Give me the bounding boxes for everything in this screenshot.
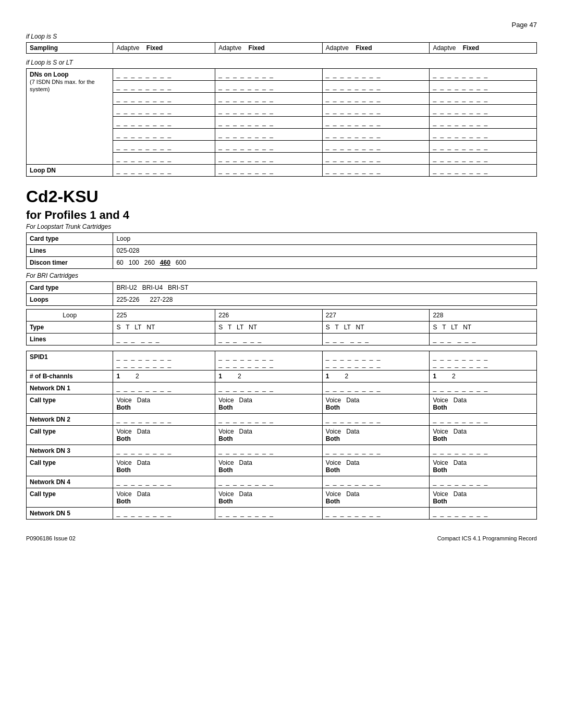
dns-col2-r2: _ _ _ _ _ _ _ _: [215, 81, 323, 93]
call-type-3-col4: Voice Data Both: [430, 457, 537, 476]
network-dn5-col1: _ _ _ _ _ _ _ _: [113, 508, 215, 520]
sampling-cell-2: Adaptve Fixed: [215, 43, 323, 54]
spid1-col4: _ _ _ _ _ _ _ _ _ _ _ _ _ _ _ _: [430, 351, 537, 371]
network-dn2-label: Network DN 2: [27, 414, 113, 426]
dns-col3-r5: _ _ _ _ _ _ _ _: [322, 117, 430, 129]
dns-col2-r5: _ _ _ _ _ _ _ _: [215, 117, 323, 129]
network-dn3-col1: _ _ _ _ _ _ _ _: [113, 445, 215, 457]
call-type-3-col1: Voice Data Both: [113, 457, 215, 476]
call-type-2-col2: Voice Data Both: [215, 426, 323, 445]
dns-col3-r1: _ _ _ _ _ _ _ _: [322, 69, 430, 81]
call-type-3-col3: Voice Data Both: [322, 457, 430, 476]
loop-228: 228: [430, 310, 537, 322]
bri-label: For BRI Cartridges: [26, 272, 537, 279]
bri-loop-detail-table: Loop 225 226 227 228 Type S T LT NT S T …: [26, 309, 537, 346]
dns-col3-r4: _ _ _ _ _ _ _ _: [322, 105, 430, 117]
network-dn3-col4: _ _ _ _ _ _ _ _: [430, 445, 537, 457]
lines-value: 025-028: [113, 245, 537, 257]
network-dn1-col4: _ _ _ _ _ _ _ _: [430, 382, 537, 394]
lines-bri-col2: _ _ _ _ _ _: [215, 334, 323, 346]
bri-card-type-label: Card type: [27, 282, 113, 294]
b-channels-col2: 1 2: [215, 371, 323, 382]
loops-values: 225-226 227-228: [113, 294, 537, 306]
dns-col3-r8: _ _ _ _ _ _ _ _: [322, 153, 430, 165]
call-type-1-col4: Voice Data Both: [430, 394, 537, 414]
network-dn4-col1: _ _ _ _ _ _ _ _: [113, 476, 215, 488]
card-type-label: Card type: [27, 233, 113, 245]
dns-col4-r7: _ _ _ _ _ _ _ _: [430, 141, 537, 153]
network-dn4-col3: _ _ _ _ _ _ _ _: [322, 476, 430, 488]
network-dn2-col1: _ _ _ _ _ _ _ _: [113, 414, 215, 426]
dns-col2-r4: _ _ _ _ _ _ _ _: [215, 105, 323, 117]
dns-col3-r6: _ _ _ _ _ _ _ _: [322, 129, 430, 141]
spid1-col3: _ _ _ _ _ _ _ _ _ _ _ _ _ _ _ _: [322, 351, 430, 371]
cd2-ksu-title: Cd2-KSU: [26, 187, 537, 206]
dns-col1-r2: _ _ _ _ _ _ _ _: [113, 81, 215, 93]
page-number: Page 47: [26, 21, 537, 29]
footer: P0906186 Issue 02 Compact ICS 4.1 Progra…: [26, 535, 537, 541]
loop-dn-col3: _ _ _ _ _ _ _ _: [322, 165, 430, 177]
if-loop-s-or-lt-label: if Loop is S or LT: [26, 59, 537, 66]
loop-dn-col2: _ _ _ _ _ _ _ _: [215, 165, 323, 177]
call-type-1-col2: Voice Data Both: [215, 394, 323, 414]
loopstart-label: For Loopstart Trunk Cartridges: [26, 223, 537, 230]
card-type-value: Loop: [113, 233, 537, 245]
call-type-4-col3: Voice Data Both: [322, 488, 430, 508]
network-dn5-label: Network DN 5: [27, 508, 113, 520]
cd2-ksu-subtitle: for Profiles 1 and 4: [26, 208, 537, 222]
network-dn3-col3: _ _ _ _ _ _ _ _: [322, 445, 430, 457]
loops-label: Loops: [27, 294, 113, 306]
network-dn4-col4: _ _ _ _ _ _ _ _: [430, 476, 537, 488]
network-dn2-col3: _ _ _ _ _ _ _ _: [322, 414, 430, 426]
dns-col1-r7: _ _ _ _ _ _ _ _: [113, 141, 215, 153]
sampling-cell-1: Adaptve Fixed: [113, 43, 215, 54]
dns-col4-r4: _ _ _ _ _ _ _ _: [430, 105, 537, 117]
loopstart-table: Card type Loop Lines 025-028 Discon time…: [26, 232, 537, 269]
b-channels-col4: 1 2: [430, 371, 537, 382]
loop-header-label: Loop: [27, 310, 113, 322]
lines-bri-col4: _ _ _ _ _ _: [430, 334, 537, 346]
type-col1: S T LT NT: [113, 322, 215, 334]
dns-col1-r4: _ _ _ _ _ _ _ _: [113, 105, 215, 117]
dns-col3-r7: _ _ _ _ _ _ _ _: [322, 141, 430, 153]
spid-table: SPID1 _ _ _ _ _ _ _ _ _ _ _ _ _ _ _ _ _ …: [26, 351, 537, 520]
dns-col3-r3: _ _ _ _ _ _ _ _: [322, 93, 430, 105]
dns-col1-r6: _ _ _ _ _ _ _ _: [113, 129, 215, 141]
call-type-4-label: Call type: [27, 488, 113, 508]
call-type-2-label: Call type: [27, 426, 113, 445]
b-channels-col1: 1 2: [113, 371, 215, 382]
dns-col4-r6: _ _ _ _ _ _ _ _: [430, 129, 537, 141]
dns-col1-r8: _ _ _ _ _ _ _ _: [113, 153, 215, 165]
network-dn3-label: Network DN 3: [27, 445, 113, 457]
lines-bri-col3: _ _ _ _ _ _: [322, 334, 430, 346]
network-dn2-col4: _ _ _ _ _ _ _ _: [430, 414, 537, 426]
network-dn1-label: Network DN 1: [27, 382, 113, 394]
loop-dn-label: Loop DN: [27, 165, 113, 177]
dns-col1-r1: _ _ _ _ _ _ _ _: [113, 69, 215, 81]
footer-right: Compact ICS 4.1 Programming Record: [437, 535, 537, 541]
dns-col1-r5: _ _ _ _ _ _ _ _: [113, 117, 215, 129]
call-type-3-label: Call type: [27, 457, 113, 476]
network-dn4-label: Network DN 4: [27, 476, 113, 488]
spid1-col1: _ _ _ _ _ _ _ _ _ _ _ _ _ _ _ _: [113, 351, 215, 371]
network-dn4-col2: _ _ _ _ _ _ _ _: [215, 476, 323, 488]
call-type-3-col2: Voice Data Both: [215, 457, 323, 476]
loop-226: 226: [215, 310, 323, 322]
b-channels-label: # of B-channls: [27, 371, 113, 382]
sampling-cell-3: Adaptve Fixed: [322, 43, 430, 54]
if-loop-s-label: if Loop is S: [26, 33, 537, 40]
dns-col4-r3: _ _ _ _ _ _ _ _: [430, 93, 537, 105]
call-type-4-col2: Voice Data Both: [215, 488, 323, 508]
bri-card-type-values: BRI-U2 BRI-U4 BRI-ST: [113, 282, 537, 294]
footer-left: P0906186 Issue 02: [26, 535, 76, 541]
call-type-4-col4: Voice Data Both: [430, 488, 537, 508]
discon-timer-label: Discon timer: [27, 257, 113, 269]
dns-col4-r1: _ _ _ _ _ _ _ _: [430, 69, 537, 81]
call-type-4-col1: Voice Data Both: [113, 488, 215, 508]
dns-table: DNs on Loop (7 ISDN DNs max. for the sys…: [26, 68, 537, 177]
call-type-1-col3: Voice Data Both: [322, 394, 430, 414]
sampling-table: Sampling Adaptve Fixed Adaptve Fixed Ada…: [26, 42, 537, 54]
network-dn2-col2: _ _ _ _ _ _ _ _: [215, 414, 323, 426]
sampling-cell-4: Adaptve Fixed: [430, 43, 537, 54]
loop-dn-col1: _ _ _ _ _ _ _ _: [113, 165, 215, 177]
